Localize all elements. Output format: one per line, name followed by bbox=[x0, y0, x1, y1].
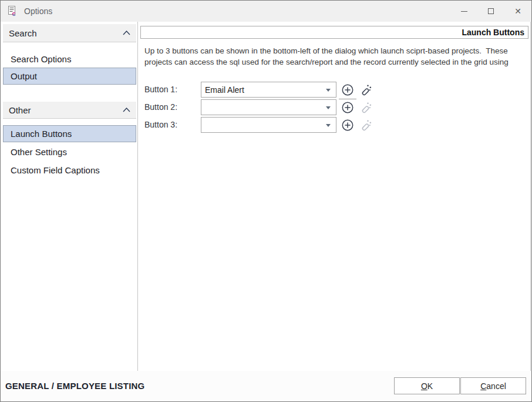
minimize-icon bbox=[461, 11, 467, 12]
sidebar: Search Search Options Output Other Launc… bbox=[1, 22, 137, 371]
button3-dropdown[interactable] bbox=[201, 117, 336, 133]
sidebar-item-label: Output bbox=[11, 71, 37, 81]
sidebar-item-launch-buttons[interactable]: Launch Buttons bbox=[3, 125, 136, 142]
button2-row: Button 2: bbox=[138, 99, 530, 115]
options-dialog: c Options ✕ Search Search Options Output… bbox=[0, 0, 532, 402]
wand-icon-disabled bbox=[359, 101, 373, 115]
window-controls: ✕ bbox=[450, 1, 531, 22]
button3-wand-button[interactable] bbox=[359, 118, 373, 132]
sidebar-item-other-settings[interactable]: Other Settings bbox=[3, 143, 136, 160]
button1-label: Button 1: bbox=[144, 82, 177, 98]
close-button[interactable]: ✕ bbox=[504, 1, 531, 22]
close-icon: ✕ bbox=[514, 7, 521, 15]
sidebar-section-other[interactable]: Other bbox=[3, 102, 136, 119]
sidebar-item-custom-field-captions[interactable]: Custom Field Captions bbox=[3, 162, 136, 179]
chevron-down-icon bbox=[326, 106, 331, 109]
button2-wand-button[interactable] bbox=[359, 101, 373, 115]
add-icon bbox=[341, 118, 355, 132]
wand-icon-disabled bbox=[359, 118, 373, 132]
svg-text:c: c bbox=[12, 10, 16, 16]
sidebar-item-search-options[interactable]: Search Options bbox=[3, 51, 136, 68]
cancel-button-rest: ancel bbox=[486, 381, 506, 391]
footer-bar: GENERAL / EMPLOYEE LISTING OK Cancel bbox=[1, 371, 531, 401]
cancel-button[interactable]: Cancel bbox=[460, 377, 526, 394]
description-text: Up to 3 buttons can be shown in the bott… bbox=[144, 45, 526, 68]
app-logo-icon: c bbox=[8, 6, 18, 16]
chevron-up-icon bbox=[123, 108, 130, 112]
sidebar-section-search-label: Search bbox=[9, 28, 37, 38]
button2-dropdown[interactable] bbox=[201, 99, 336, 115]
button1-add-button[interactable] bbox=[341, 83, 355, 97]
button3-label: Button 3: bbox=[144, 117, 177, 133]
button1-row: Button 1: Email Alert bbox=[138, 82, 530, 98]
minimize-button[interactable] bbox=[450, 1, 477, 22]
maximize-button[interactable] bbox=[477, 1, 504, 22]
ok-button[interactable]: OK bbox=[394, 377, 460, 394]
sidebar-item-label: Other Settings bbox=[11, 147, 67, 157]
sidebar-item-label: Launch Buttons bbox=[11, 129, 72, 139]
button1-wand-button[interactable] bbox=[359, 83, 373, 97]
cancel-button-mnemonic: C bbox=[480, 381, 486, 391]
button1-dropdown-value: Email Alert bbox=[205, 85, 244, 95]
ok-button-rest: K bbox=[427, 381, 433, 391]
button1-dropdown[interactable]: Email Alert bbox=[201, 82, 336, 98]
add-icon bbox=[341, 101, 355, 115]
button3-add-button[interactable] bbox=[341, 118, 355, 132]
main-panel: Launch Buttons Up to 3 buttons can be sh… bbox=[137, 22, 531, 372]
button2-label: Button 2: bbox=[144, 99, 177, 115]
wand-icon bbox=[359, 83, 373, 97]
ok-button-mnemonic: O bbox=[421, 381, 427, 391]
title-bar: c Options ✕ bbox=[1, 1, 531, 22]
button3-row: Button 3: bbox=[138, 117, 530, 133]
sidebar-item-label: Search Options bbox=[11, 54, 71, 64]
maximize-icon bbox=[488, 8, 494, 14]
sidebar-item-label: Custom Field Captions bbox=[11, 165, 100, 175]
sidebar-section-search[interactable]: Search bbox=[3, 24, 136, 42]
add-icon bbox=[341, 83, 355, 97]
status-text: GENERAL / EMPLOYEE LISTING bbox=[5, 381, 144, 391]
window-title: Options bbox=[24, 6, 52, 16]
chevron-up-icon bbox=[123, 31, 130, 35]
chevron-down-icon bbox=[326, 89, 331, 92]
sidebar-item-output[interactable]: Output bbox=[3, 68, 136, 85]
sidebar-section-other-label: Other bbox=[9, 105, 31, 115]
page-title: Launch Buttons bbox=[140, 26, 528, 39]
chevron-down-icon bbox=[326, 124, 331, 127]
button2-add-button[interactable] bbox=[341, 101, 355, 115]
